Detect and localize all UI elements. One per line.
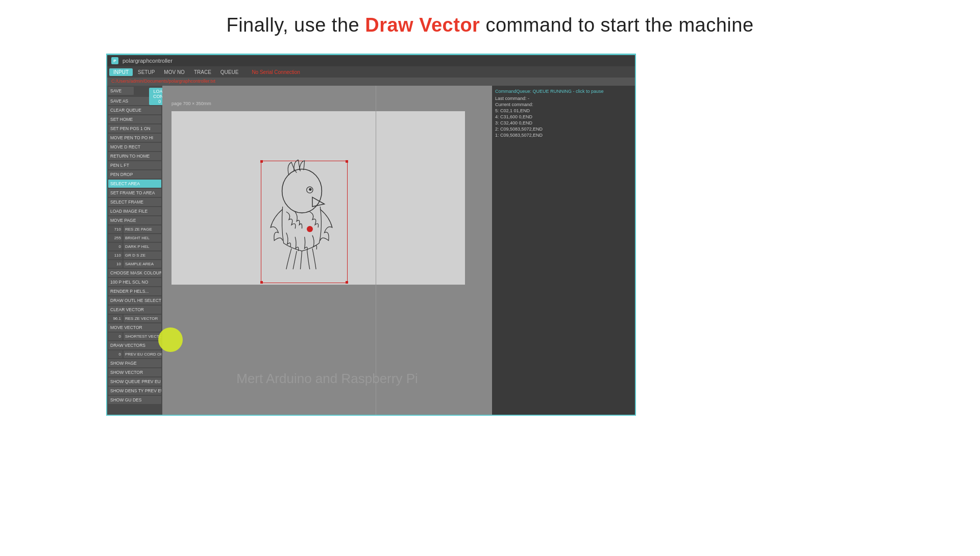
eagle-drawing [262,160,341,272]
menu-input[interactable]: INPUT [109,68,133,76]
choose-mask-colour-button[interactable]: CHOOSE MASK COLOUR [108,269,161,277]
phel-scl-button[interactable]: 100 P HEL SCL NO [108,278,161,286]
move-vector-button[interactable]: MOVE VECTOR [108,323,161,332]
svg-point-0 [282,169,322,213]
instruction-suffix: command to start the machine [480,14,753,36]
resize-page-row: 710 RES ZE PAGE [108,225,161,233]
corner-br [346,281,348,284]
move-d-rect-button[interactable]: MOVE D RECT [108,143,161,151]
queue-item-1: 1: C09,5083,5072,END [495,133,632,138]
menu-setup[interactable]: SETUP [134,68,159,76]
queue-item-5: 5: C02,1 01,END [495,108,632,113]
instruction-highlight: Draw Vector [365,14,480,36]
queue-item-4: 4: C31,600 0,END [495,114,632,119]
set-pen-pos-button[interactable]: SET PEN POS 1 ON [108,124,161,133]
menu-trace[interactable]: TRACE [190,68,215,76]
render-hels-button[interactable]: RENDER P HELS... [108,287,161,295]
pen-lift-button[interactable]: PEN L FT [108,161,161,169]
queue-status: CommandQueue: QUEUE RUNNING - click to p… [495,89,632,94]
show-vector-button[interactable]: SHOW VECTOR [108,368,161,376]
app-icon: P [111,57,118,64]
shortest-vector-row: 0 SHORTEST VECTOR [108,333,161,340]
instruction-bar: Finally, use the Draw Vector command to … [0,0,980,46]
svg-point-2 [309,188,311,190]
select-frame-button[interactable]: SELECT FRAME [108,198,161,206]
window-title: polargraphcontroller [122,58,173,64]
current-command-label: Current command: [495,102,632,107]
queue-item-3: 3: C32,400 0,END [495,120,632,125]
right-panel: CommandQueue: QUEUE RUNNING - click to p… [492,86,635,415]
watermark: Mert Arduino and Raspberry Pi [236,371,418,387]
show-guides-button[interactable]: SHOW GU DES [108,396,161,404]
sidebar: SAVE LOAD CONF 0 SAVE AS CLEAR QUEUE SET… [107,86,162,415]
move-page-button[interactable]: MOVE PAGE [108,216,161,224]
canvas-area: page 700 × 350mm [162,86,492,415]
grid-size-row: 110 GR D S ZE [108,251,161,259]
menu-movno[interactable]: MOV NO [160,68,189,76]
clear-vector-button[interactable]: CLEAR VECTOR [108,306,161,314]
draw-vectors-button[interactable]: DRAW VECTORS [108,341,161,349]
menu-bar: INPUT SETUP MOV NO TRACE QUEUE No Serial… [107,66,635,78]
load-image-button[interactable]: LOAD IMAGE FILE [108,207,161,215]
resize-vector-row: 96.1 RES ZE VECTOR [108,315,161,322]
clear-queue-button[interactable]: CLEAR QUEUE [108,106,161,114]
draw-outline-button[interactable]: DRAW OUTL HE SELECTED [108,296,161,305]
queue-item-2: 2: C09,5083,5072,END [495,127,632,132]
move-pen-button[interactable]: MOVE PEN TO PO HI [108,134,161,142]
last-command: Last command: - [495,96,632,101]
page-label: page 700 × 350mm [172,101,211,106]
set-home-button[interactable]: SET HOME [108,115,161,123]
bright-hel-row: 255 BRIGHT HEL [108,234,161,242]
save-button[interactable]: SAVE [108,87,134,95]
instruction-prefix: Finally, use the [226,14,365,36]
title-bar: P polargraphcontroller [107,55,635,66]
sample-area-row: 10 SAMPLE AREA [108,260,161,268]
cursor-indicator [158,327,183,352]
dark-hel-row: 0 DARK P HEL [108,243,161,250]
filepath-bar: C:/Users/admin/Documents/polargraphcontr… [107,78,635,86]
serial-status: No Serial Connection [248,68,304,76]
pen-drop-button[interactable]: PEN DROP [108,170,161,179]
show-page-button[interactable]: SHOW PAGE [108,359,161,367]
show-queue-button[interactable]: SHOW QUEUE PREV EU [108,377,161,386]
load-conf-button[interactable]: LOAD CONF 0 [149,88,162,105]
corner-bl [260,281,263,284]
corner-tr [346,160,348,163]
page-canvas [172,111,465,285]
vertical-divider [376,86,376,415]
select-area-button[interactable]: SELECT AREA [108,180,161,188]
return-home-button[interactable]: RETURN TO HOME [108,152,161,160]
save-row: SAVE LOAD CONF 0 [108,87,161,96]
app-window: P polargraphcontroller INPUT SETUP MOV N… [106,54,636,416]
prev-eu-cord-row: 0 PREV EU CORD OFFSET [108,350,161,358]
menu-queue[interactable]: QUEUE [216,68,243,76]
red-dot [307,226,313,232]
main-content: SAVE LOAD CONF 0 SAVE AS CLEAR QUEUE SET… [107,86,635,415]
show-density-button[interactable]: SHOW DENS TY PREV EU [108,387,161,395]
set-frame-button[interactable]: SET FRAME TO AREA [108,189,161,197]
